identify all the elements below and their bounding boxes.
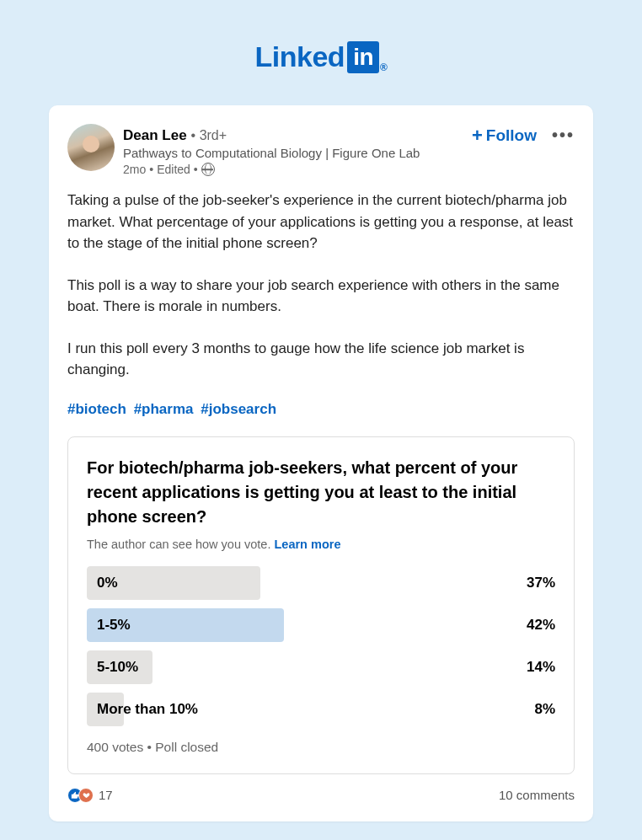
poll-option-label: More than 10%: [87, 701, 534, 718]
poll-meta: 400 votes • Poll closed: [87, 740, 555, 755]
poll-option-pct: 8%: [534, 701, 555, 718]
poll-question: For biotech/pharma job-seekers, what per…: [87, 456, 555, 529]
more-icon[interactable]: •••: [552, 126, 575, 145]
post-body: Taking a pulse of the job-seeker's exper…: [67, 190, 575, 381]
poll-option-label: 1-5%: [87, 617, 527, 634]
poll-option[interactable]: 1-5%42%: [87, 608, 555, 642]
follow-label: Follow: [486, 126, 537, 145]
hashtag[interactable]: #pharma: [134, 401, 194, 417]
poll-option[interactable]: More than 10%8%: [87, 693, 555, 726]
post-time: 2mo: [123, 163, 146, 176]
hashtag[interactable]: #biotech: [67, 401, 126, 417]
reactions-bar: 17 10 comments: [67, 788, 575, 803]
globe-icon: [201, 163, 215, 176]
poll-note: The author can see how you vote. Learn m…: [87, 538, 555, 551]
poll-option-label: 0%: [87, 575, 527, 591]
post-header: Dean Lee • 3rd+ Pathways to Computationa…: [67, 124, 575, 176]
post-meta: 2mo • Edited •: [123, 163, 472, 176]
connection-degree: • 3rd+: [191, 128, 227, 143]
poll-option-label: 5-10%: [87, 659, 527, 676]
registered-mark: ®: [380, 62, 387, 73]
poll-option[interactable]: 0%37%: [87, 566, 555, 600]
logo-text: Linked: [255, 40, 345, 73]
logo-in-icon: in: [347, 41, 379, 73]
reaction-count[interactable]: 17: [99, 788, 113, 802]
comments-count[interactable]: 10 comments: [499, 788, 575, 802]
poll-option[interactable]: 5-10%14%: [87, 650, 555, 684]
hashtags: #biotech #pharma #jobsearch: [67, 401, 575, 418]
follow-button[interactable]: + Follow: [472, 126, 537, 145]
post-card: Dean Lee • 3rd+ Pathways to Computationa…: [49, 105, 593, 821]
learn-more-link[interactable]: Learn more: [274, 538, 340, 551]
love-icon: [78, 788, 94, 803]
plus-icon: +: [472, 126, 483, 145]
author-name[interactable]: Dean Lee: [123, 127, 187, 144]
post-paragraph: I run this poll every 3 months to gauge …: [67, 338, 575, 381]
post-paragraph: Taking a pulse of the job-seeker's exper…: [67, 190, 575, 254]
linkedin-logo: Linked in ®: [49, 40, 593, 73]
author-headline: Pathways to Computational Biology | Figu…: [123, 146, 472, 160]
avatar[interactable]: [67, 124, 115, 171]
reaction-icons[interactable]: [67, 788, 94, 803]
poll-option-pct: 37%: [527, 575, 555, 591]
poll-container: For biotech/pharma job-seekers, what per…: [67, 436, 575, 774]
post-paragraph: This poll is a way to share your job sea…: [67, 275, 575, 318]
poll-option-pct: 14%: [527, 659, 555, 676]
hashtag[interactable]: #jobsearch: [201, 401, 276, 417]
poll-option-pct: 42%: [527, 617, 555, 634]
edited-label: Edited: [157, 163, 190, 176]
